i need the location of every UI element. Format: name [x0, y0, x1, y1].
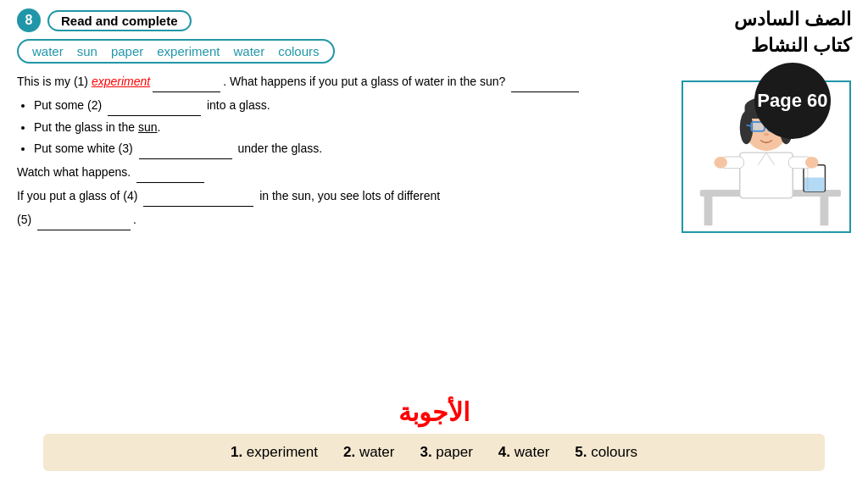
svg-rect-4 [804, 177, 824, 191]
answer-item-1: 1. experiment [231, 444, 318, 461]
watch-line: Watch what happens. [17, 163, 668, 183]
svg-rect-6 [740, 152, 793, 198]
end-line: (5) . [17, 210, 668, 230]
page-container: الصف السادس كتاب النشاط Page 60 8 Read a… [0, 0, 868, 488]
answer-item-5: 5. colours [575, 444, 637, 461]
svg-point-12 [805, 157, 819, 169]
bullet-list: Put some (2) into a glass. Put the glass… [17, 96, 668, 159]
word-colours: colours [278, 44, 319, 58]
answers-bar: 1. experiment 2. water 3. paper 4. water… [43, 434, 825, 471]
blank4 [143, 206, 253, 207]
period: . [133, 213, 136, 226]
intro-text2: . What happens if you put a glass of wat… [223, 75, 509, 88]
word-paper: paper [111, 44, 143, 58]
answers-title: الأجوبة [398, 397, 470, 427]
svg-point-11 [714, 157, 727, 169]
blank1 [153, 92, 220, 92]
blank5 [37, 230, 131, 230]
watch-text: Watch what happens. [17, 165, 131, 179]
top-header: 8 Read and complete [17, 8, 851, 32]
word-sun: sun [77, 44, 97, 58]
intro-text: This is my (1) [17, 75, 92, 88]
bullet-2: Put the glass in the sun. [34, 118, 668, 138]
blank3 [139, 158, 232, 159]
word-water1: water [32, 44, 64, 58]
svg-rect-1 [704, 197, 713, 225]
page-badge: Page 60 [754, 63, 831, 139]
intro-paragraph: This is my (1) experiment. What happens … [17, 72, 668, 92]
word-bank: water sun paper experiment water colours [17, 39, 335, 64]
arabic-title: الصف السادس كتاب النشاط [734, 7, 851, 59]
blank-intro [511, 92, 579, 92]
if-line: If you put a glass of (4) in the sun, yo… [17, 186, 668, 207]
svg-rect-2 [821, 197, 829, 225]
if-text2: in the sun, you see lots of different [256, 189, 440, 202]
answer-item-3: 3. paper [420, 444, 472, 461]
text-section: This is my (1) experiment. What happens … [17, 72, 668, 234]
answers-section: الأجوبة 1. experiment 2. water 3. paper … [0, 397, 868, 471]
blank-watch [136, 182, 204, 183]
word-experiment: experiment [157, 44, 220, 58]
end-text: (5) [17, 213, 35, 226]
main-content: This is my (1) experiment. What happens … [17, 72, 851, 234]
exercise-number: 8 [17, 8, 41, 32]
exercise-title: Read and complete [47, 10, 192, 31]
bullet-1: Put some (2) into a glass. [34, 96, 668, 116]
bullet-3: Put some white (3) under the glass. [34, 139, 668, 159]
word-water2: water [233, 44, 264, 58]
answer-item-4: 4. water [498, 444, 549, 461]
answer1-word: experiment [92, 75, 150, 88]
answer-item-2: 2. water [343, 444, 394, 461]
blank2 [108, 115, 201, 116]
right-panel: الصف السادس كتاب النشاط Page 60 [734, 7, 851, 139]
if-text: If you put a glass of (4) [17, 189, 141, 202]
